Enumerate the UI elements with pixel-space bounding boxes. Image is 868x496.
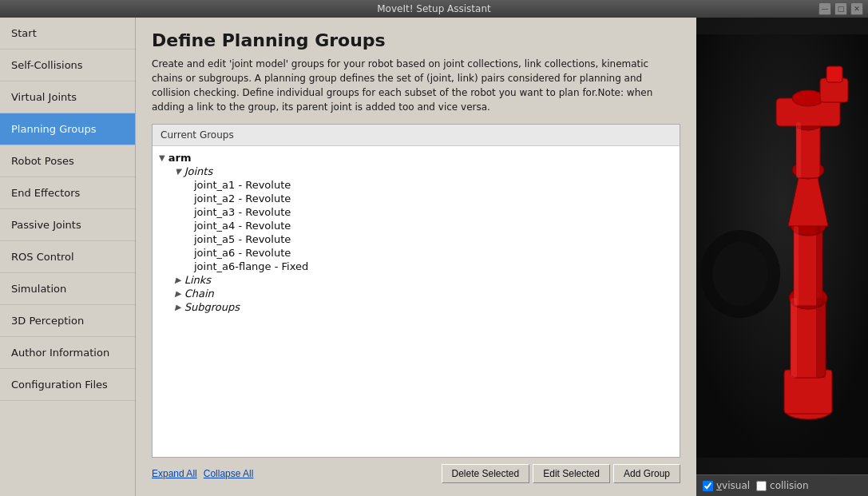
window-controls[interactable]: — □ ✕ bbox=[818, 2, 863, 15]
sidebar-item-end-effectors[interactable]: End Effectors bbox=[0, 177, 135, 209]
sidebar: Start Self-Collisions Virtual Joints Pla… bbox=[0, 18, 136, 496]
groups-tree: ▼ arm ▼ Joints joint_a1 - Revolute joint… bbox=[153, 146, 680, 457]
svg-rect-20 bbox=[816, 226, 822, 306]
expand-all-button[interactable]: Expand All bbox=[152, 468, 197, 479]
tree-node-chain[interactable]: ▶ Chain bbox=[153, 287, 680, 300]
subgroups-label: Subgroups bbox=[184, 301, 240, 313]
sidebar-item-self-collisions[interactable]: Self-Collisions bbox=[0, 50, 135, 81]
collision-label: collision bbox=[770, 480, 808, 491]
list-item[interactable]: joint_a6 - Revolute bbox=[153, 246, 680, 260]
maximize-button[interactable]: □ bbox=[834, 2, 847, 15]
list-item[interactable]: joint_a2 - Revolute bbox=[153, 192, 680, 205]
sidebar-item-planning-groups[interactable]: Planning Groups bbox=[0, 113, 135, 145]
tree-node-arm[interactable]: ▼ arm bbox=[153, 151, 680, 165]
svg-rect-17 bbox=[794, 226, 799, 306]
tree-node-links[interactable]: ▶ Links bbox=[153, 273, 680, 287]
sidebar-item-3d-perception[interactable]: 3D Perception bbox=[0, 305, 135, 337]
edit-selected-button[interactable]: Edit Selected bbox=[533, 464, 610, 483]
svg-rect-15 bbox=[826, 66, 842, 82]
subgroups-expand-arrow: ▶ bbox=[175, 303, 181, 311]
bottom-bar: Expand All Collapse All Delete Selected … bbox=[152, 464, 680, 483]
links-label: Links bbox=[184, 274, 211, 286]
add-group-button[interactable]: Add Group bbox=[613, 464, 680, 483]
list-item[interactable]: joint_a5 - Revolute bbox=[153, 232, 680, 246]
main-content: Define Planning Groups Create and edit '… bbox=[136, 18, 696, 496]
svg-rect-16 bbox=[791, 298, 797, 378]
robot-visualization bbox=[696, 18, 868, 474]
sidebar-item-robot-poses[interactable]: Robot Poses bbox=[0, 145, 135, 177]
joints-label: Joints bbox=[184, 165, 213, 177]
groups-panel: Current Groups ▼ arm ▼ Joints joint_a1 -… bbox=[152, 124, 680, 458]
action-buttons: Delete Selected Edit Selected Add Group bbox=[442, 464, 681, 483]
tree-node-subgroups[interactable]: ▶ Subgroups bbox=[153, 300, 680, 314]
sidebar-item-start[interactable]: Start bbox=[0, 18, 135, 50]
list-item[interactable]: joint_a4 - Revolute bbox=[153, 219, 680, 232]
svg-point-22 bbox=[712, 242, 768, 306]
view-controls: vvisual collision bbox=[696, 474, 868, 496]
list-item[interactable]: joint_a3 - Revolute bbox=[153, 205, 680, 219]
sidebar-item-author-information[interactable]: Author Information bbox=[0, 337, 135, 369]
collision-checkbox[interactable] bbox=[756, 481, 767, 491]
arm-expand-arrow: ▼ bbox=[159, 153, 165, 162]
arm-label: arm bbox=[168, 152, 192, 164]
sidebar-item-virtual-joints[interactable]: Virtual Joints bbox=[0, 81, 135, 113]
sidebar-item-configuration-files[interactable]: Configuration Files bbox=[0, 369, 135, 401]
robot-viewport bbox=[696, 18, 868, 474]
svg-rect-19 bbox=[816, 298, 826, 378]
visual-checkbox-group: vvisual bbox=[703, 480, 750, 491]
visual-checkbox[interactable] bbox=[703, 481, 713, 491]
main-layout: Start Self-Collisions Virtual Joints Pla… bbox=[0, 18, 868, 496]
joints-expand-arrow: ▼ bbox=[175, 167, 181, 176]
list-item[interactable]: joint_a1 - Revolute bbox=[153, 178, 680, 192]
links-expand-arrow: ▶ bbox=[175, 276, 181, 284]
collapse-all-button[interactable]: Collapse All bbox=[204, 468, 254, 479]
sidebar-item-simulation[interactable]: Simulation bbox=[0, 273, 135, 305]
sidebar-item-passive-joints[interactable]: Passive Joints bbox=[0, 209, 135, 241]
chain-expand-arrow: ▶ bbox=[175, 289, 181, 298]
collision-checkbox-group: collision bbox=[756, 480, 808, 491]
groups-panel-header: Current Groups bbox=[153, 125, 680, 146]
visual-label: vvisual bbox=[716, 480, 750, 491]
minimize-button[interactable]: — bbox=[818, 2, 831, 15]
svg-rect-18 bbox=[796, 122, 801, 178]
title-bar: MoveIt! Setup Assistant — □ ✕ bbox=[0, 0, 868, 18]
window-title: MoveIt! Setup Assistant bbox=[377, 3, 490, 14]
tree-node-joints[interactable]: ▼ Joints bbox=[153, 165, 680, 178]
close-button[interactable]: ✕ bbox=[850, 2, 863, 15]
svg-point-13 bbox=[792, 90, 824, 106]
sidebar-item-ros-control[interactable]: ROS Control bbox=[0, 241, 135, 273]
view-panel: vvisual collision bbox=[696, 18, 868, 496]
delete-selected-button[interactable]: Delete Selected bbox=[442, 464, 530, 483]
list-item[interactable]: joint_a6-flange - Fixed bbox=[153, 260, 680, 273]
chain-label: Chain bbox=[184, 288, 214, 300]
page-description: Create and edit 'joint model' groups for… bbox=[152, 57, 680, 114]
page-title: Define Planning Groups bbox=[152, 30, 680, 50]
